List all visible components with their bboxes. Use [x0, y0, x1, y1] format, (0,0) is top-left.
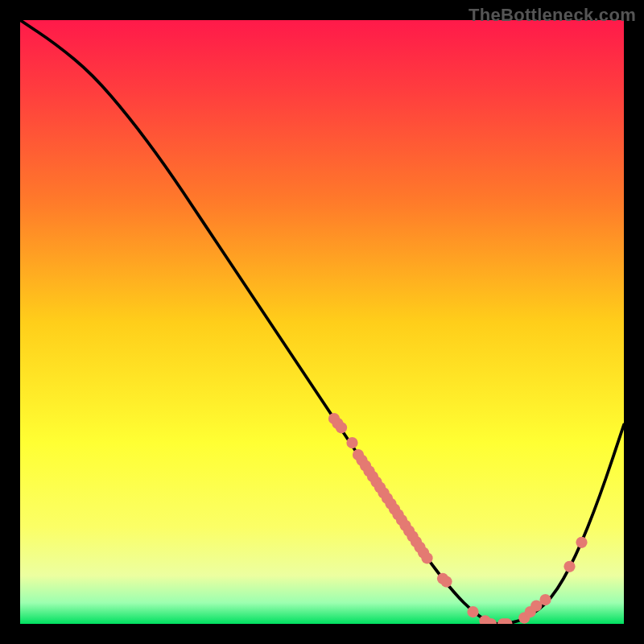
- chart-stage: TheBottleneck.com: [0, 0, 644, 644]
- data-dot: [440, 576, 452, 587]
- data-dot: [539, 594, 551, 605]
- watermark-text: TheBottleneck.com: [469, 5, 636, 26]
- chart-background: [20, 20, 624, 624]
- bottleneck-chart-svg: [20, 20, 624, 624]
- data-dot: [346, 437, 357, 448]
- data-dot: [576, 537, 587, 548]
- data-dot: [336, 422, 347, 433]
- data-dot: [467, 606, 478, 617]
- data-dot: [421, 552, 432, 564]
- data-dot: [564, 561, 575, 572]
